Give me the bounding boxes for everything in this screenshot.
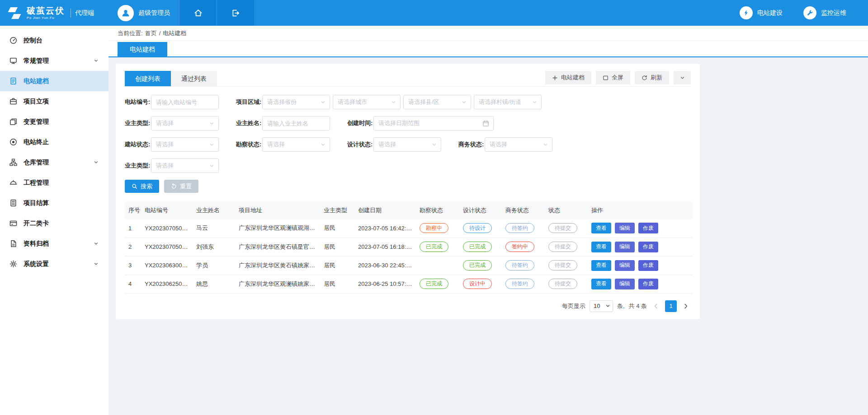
chevron-down-icon [209, 142, 214, 147]
page-size-select[interactable]: 10 [590, 300, 613, 312]
sidebar-item-general-management[interactable]: 常规管理 [0, 51, 108, 71]
tab-passed-list[interactable]: 通过列表 [171, 71, 217, 86]
filter-label: 业主类型: [125, 162, 151, 170]
cell-owner-name: 刘强东 [193, 238, 235, 256]
sidebar-item-project-settlement[interactable]: 项目结算 [0, 193, 108, 213]
page-tabbar: 电站建档 [108, 41, 868, 57]
reset-icon [171, 183, 177, 189]
filter-create-time-picker[interactable]: 请选择日期范围 [373, 116, 494, 131]
toolbar-add-station-button[interactable]: 电站建档 [545, 71, 591, 84]
filter-owner-type-2-select[interactable]: 请选择 [151, 159, 219, 173]
filter-owner-type-2: 业主类型:请选择 [125, 159, 219, 173]
list-tabs: 创建列表通过列表 [125, 71, 217, 86]
sidebar-item-label: 变更管理 [24, 118, 49, 126]
cell-survey-status [416, 256, 459, 275]
toolbar-refresh-button[interactable]: 刷新 [635, 71, 669, 84]
void-button[interactable]: 作废 [638, 279, 658, 289]
data-table: 序号电站编号业主姓名项目地址业主类型创建日期勘察状态设计状态商务状态状态操作 1… [125, 202, 693, 294]
next-page-button[interactable] [681, 301, 691, 311]
sidebar-item-station-filing[interactable]: 电站建档 [0, 71, 108, 91]
filter-city-select[interactable]: 请选择城市 [333, 95, 401, 109]
reset-button[interactable]: 重置 [164, 180, 198, 193]
cell-status-status: 待提交 [545, 275, 588, 293]
panel-header: 创建列表通过列表 电站建档全屏刷新 [125, 71, 691, 87]
filter-owner-name-input[interactable] [262, 116, 330, 131]
chevron-down-icon [94, 160, 99, 165]
app-header: 破茧云伏 Po Jian Yun Fu 代理端 超级管理员 电站建设监控运维 [0, 0, 868, 26]
toolbar-collapse-button[interactable] [674, 71, 691, 84]
breadcrumb-home[interactable]: 首页 [145, 29, 157, 37]
nav-label: 监控运维 [821, 9, 846, 17]
home-button[interactable] [179, 0, 217, 26]
tab-create-list[interactable]: 创建列表 [125, 71, 171, 86]
void-button[interactable]: 作废 [638, 223, 658, 233]
edit-button[interactable]: 编辑 [615, 279, 635, 289]
sidebar-item-project-initiation[interactable]: 项目立项 [0, 91, 108, 112]
sidebar-item-label: 常规管理 [24, 57, 49, 65]
filter-survey-status-select[interactable]: 请选择 [262, 137, 330, 152]
status-badge: 勘察中 [420, 223, 448, 233]
search-icon [132, 183, 137, 189]
sidebar-item-data-archive[interactable]: 资料归档 [0, 233, 108, 254]
nav-monitor-ops[interactable]: 监控运维 [803, 6, 846, 19]
filter-build-status-select[interactable]: 请选择 [151, 137, 219, 152]
toolbar-button-label: 全屏 [612, 74, 623, 82]
search-button[interactable]: 搜索 [125, 180, 159, 193]
view-button[interactable]: 查看 [591, 279, 611, 289]
edit-button[interactable]: 编辑 [615, 242, 635, 252]
filter-station-no-input[interactable] [151, 95, 219, 109]
sidebar-item-warehouse-management[interactable]: 仓库管理 [0, 152, 108, 173]
table-row: 1YX2023070500011马云广东深圳龙华区观澜镇观湖路...居民2023… [125, 219, 693, 238]
nav-station-build[interactable]: 电站建设 [740, 6, 783, 19]
filter-design-status-select[interactable]: 请选择 [373, 137, 441, 152]
cell-actions: 查看编辑作废 [588, 219, 693, 238]
filter-village-select[interactable]: 请选择村镇/街道 [474, 95, 542, 109]
cell-owner-type: 居民 [320, 256, 354, 275]
view-button[interactable]: 查看 [591, 260, 611, 271]
page-number[interactable]: 1 [665, 300, 677, 312]
status-badge: 已完成 [420, 242, 448, 252]
edit-button[interactable]: 编辑 [615, 260, 635, 271]
filter-province-select[interactable]: 请选择省份 [262, 95, 330, 109]
sidebar-item-class2-card[interactable]: 开二类卡 [0, 213, 108, 233]
refresh-icon [642, 75, 647, 81]
filter-label: 勘察状态: [236, 140, 262, 149]
cell-owner-name: 姚思 [193, 275, 235, 293]
filter-business-status-select[interactable]: 请选择 [485, 137, 552, 152]
void-button[interactable]: 作废 [638, 260, 658, 271]
sidebar-item-engineering-management[interactable]: 工程管理 [0, 173, 108, 193]
void-button[interactable]: 作废 [638, 242, 658, 252]
prev-page-button[interactable] [651, 301, 661, 311]
cell-design-status: 设计中 [459, 275, 502, 293]
logout-icon [231, 9, 240, 17]
sidebar-item-label: 系统设置 [24, 260, 49, 268]
filter-survey-status: 勘察状态:请选择 [236, 137, 330, 152]
cell-created: 2023-06-25 10:57:04 [354, 275, 416, 293]
status-badge: 已完成 [420, 279, 448, 289]
logout-button[interactable] [217, 0, 254, 26]
toolbar-fullscreen-button[interactable]: 全屏 [596, 71, 630, 84]
view-button[interactable]: 查看 [591, 223, 611, 233]
filter-label: 商务状态: [458, 140, 485, 149]
home-icon [194, 9, 203, 17]
filter-build-status: 建站状态:请选择 [125, 137, 219, 152]
filter-row: 业主类型:请选择业主姓名:创建时间:请选择日期范围 [125, 116, 691, 131]
edit-button[interactable]: 编辑 [615, 223, 635, 233]
user-info[interactable]: 超级管理员 [108, 0, 179, 26]
filter-owner-type-select[interactable]: 请选择 [151, 116, 219, 131]
filter-county-select[interactable]: 请选择县/区 [403, 95, 471, 109]
cell-address: 广东深圳龙华区观澜镇姚家庄... [235, 275, 320, 293]
header-nav: 电站建设监控运维 [740, 0, 868, 26]
logo-divider [71, 9, 71, 18]
table-row: 4YX2023062500004姚思广东深圳龙华区观澜镇姚家庄...居民2023… [125, 275, 693, 293]
table-row: 2YX2023070500010刘强东广东深圳龙华区黄石镇星官大...居民202… [125, 238, 693, 256]
view-button[interactable]: 查看 [591, 242, 611, 252]
sidebar-item-system-settings[interactable]: 系统设置 [0, 254, 108, 274]
cell-design-status: 已完成 [459, 256, 502, 275]
page-tab-station-filing[interactable]: 电站建档 [118, 42, 167, 56]
cell-owner-type: 居民 [320, 238, 354, 256]
sidebar-item-console[interactable]: 控制台 [0, 30, 108, 51]
logo: 破茧云伏 Po Jian Yun Fu 代理端 [0, 0, 108, 26]
sidebar-item-station-termination[interactable]: 电站终止 [0, 132, 108, 152]
sidebar-item-change-management[interactable]: 变更管理 [0, 112, 108, 132]
